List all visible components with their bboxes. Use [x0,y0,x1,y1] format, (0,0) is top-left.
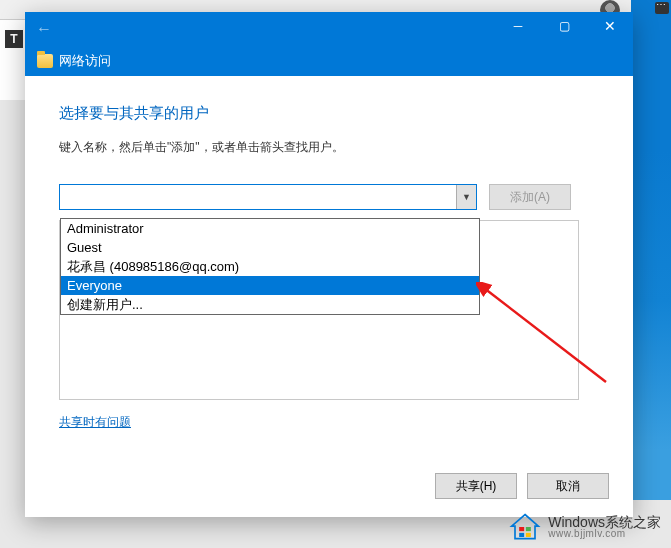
maximize-button[interactable]: ▢ [541,12,587,40]
dialog-footer: 共享(H) 取消 [25,463,633,517]
folder-icon [37,54,53,68]
close-button[interactable]: ✕ [587,12,633,40]
svg-rect-2 [526,527,531,531]
share-button[interactable]: 共享(H) [435,473,517,499]
dialog-title: 网络访问 [59,52,111,70]
svg-rect-3 [519,533,524,537]
user-dropdown-list[interactable]: Administrator Guest 花承昌 (408985186@qq.co… [60,218,480,315]
user-input[interactable] [59,184,477,210]
user-combobox[interactable]: ▼ [59,184,477,210]
page-subtext: 键入名称，然后单击"添加"，或者单击箭头查找用户。 [59,139,599,156]
watermark-line1: Windows系统之家 [548,515,661,529]
dialog-title-row: 网络访问 [25,46,633,76]
cancel-button[interactable]: 取消 [527,473,609,499]
house-icon [508,512,542,542]
user-input-row: ▼ 添加(A) [59,184,599,210]
dropdown-item-guest[interactable]: Guest [61,238,479,257]
minimize-button[interactable]: ─ [495,12,541,40]
dropdown-item-everyone[interactable]: Everyone [61,276,479,295]
dropdown-item-user-email[interactable]: 花承昌 (408985186@qq.com) [61,257,479,276]
dropdown-item-create-user[interactable]: 创建新用户... [61,295,479,314]
back-button[interactable]: ← [33,18,55,40]
help-link[interactable]: 共享时有问题 [59,414,131,431]
page-heading: 选择要与其共享的用户 [59,104,599,123]
titlebar: ← ─ ▢ ✕ [25,12,633,46]
text-tool-icon: T [5,30,23,48]
svg-rect-1 [519,527,524,531]
add-button[interactable]: 添加(A) [489,184,571,210]
desktop-background [631,0,671,500]
dropdown-button[interactable]: ▼ [456,185,476,209]
watermark: Windows系统之家 www.bjjmlv.com [508,512,661,542]
svg-rect-4 [526,533,531,537]
dropdown-item-administrator[interactable]: Administrator [61,219,479,238]
chat-icon[interactable] [655,2,669,14]
watermark-line2: www.bjjmlv.com [548,529,661,539]
